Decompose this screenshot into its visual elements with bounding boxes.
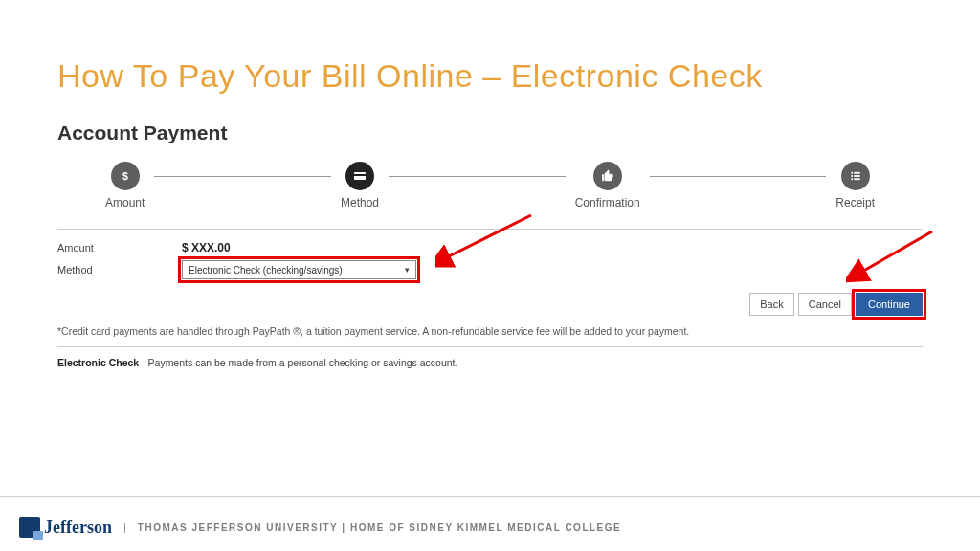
method-select[interactable]: Electronic Check (checking/savings) ▾	[182, 260, 416, 279]
list-icon	[841, 162, 870, 190]
card-icon	[345, 162, 374, 190]
svg-rect-7	[851, 178, 853, 180]
footer: Jefferson | THOMAS JEFFERSON UNIVERSITY …	[0, 517, 980, 538]
step-confirmation: Confirmation	[566, 162, 650, 209]
dollar-icon: $	[111, 162, 140, 190]
amount-value: $ XXX.00	[182, 241, 231, 254]
amount-row: Amount $ XXX.00	[57, 241, 923, 254]
step-label: Confirmation	[575, 196, 640, 209]
svg-rect-5	[851, 175, 853, 177]
divider	[57, 346, 923, 347]
step-receipt: Receipt	[826, 162, 884, 209]
step-amount: $ Amount	[96, 162, 154, 209]
logo-text: Jefferson	[44, 518, 112, 538]
svg-text:$: $	[122, 170, 128, 182]
divider	[57, 229, 923, 230]
svg-rect-6	[854, 175, 859, 177]
echeck-bold: Electronic Check	[57, 357, 139, 368]
svg-rect-8	[854, 178, 859, 180]
method-selected-text: Electronic Check (checking/savings)	[189, 265, 343, 276]
jefferson-logo: Jefferson	[19, 517, 112, 538]
footer-text: THOMAS JEFFERSON UNIVERSITY | HOME OF SI…	[138, 522, 621, 533]
payment-panel: Account Payment $ Amount Method	[57, 121, 923, 368]
back-button[interactable]: Back	[749, 293, 793, 316]
echeck-note: Electronic Check - Payments can be made …	[57, 357, 923, 368]
step-method: Method	[331, 162, 389, 209]
amount-label: Amount	[57, 242, 182, 253]
logo-mark-icon	[19, 517, 40, 538]
method-label: Method	[57, 264, 182, 276]
svg-rect-2	[354, 174, 366, 176]
arrow-annotation	[435, 210, 541, 268]
slide-title: How To Pay Your Bill Online – Electronic…	[57, 57, 923, 95]
cancel-button[interactable]: Cancel	[798, 293, 852, 316]
wizard-steps: $ Amount Method Confirmation	[96, 162, 884, 217]
method-row: Method Electronic Check (checking/saving…	[57, 260, 923, 279]
chevron-down-icon: ▾	[405, 265, 410, 275]
echeck-text: - Payments can be made from a personal c…	[139, 357, 457, 368]
footer-rule	[0, 496, 980, 497]
thumbs-up-icon	[593, 162, 622, 190]
svg-rect-3	[851, 172, 853, 174]
footer-separator: |	[123, 521, 126, 533]
step-label: Method	[341, 196, 379, 209]
step-label: Receipt	[835, 196, 875, 209]
credit-card-note: *Credit card payments are handled throug…	[57, 325, 923, 337]
panel-title: Account Payment	[57, 121, 923, 144]
svg-rect-4	[854, 172, 859, 174]
action-buttons: Back Cancel Continue	[57, 293, 923, 316]
step-label: Amount	[105, 196, 145, 209]
continue-button[interactable]: Continue	[856, 293, 923, 316]
